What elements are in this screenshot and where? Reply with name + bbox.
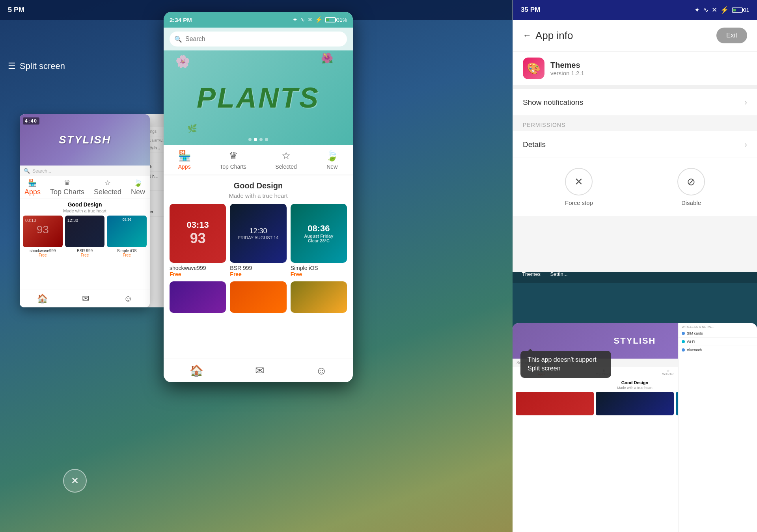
- battery-right: 31: [732, 7, 749, 13]
- mini-stylish-text: STYLISH: [614, 336, 656, 346]
- app-name-row: 🎨 Themes version 1.2.1: [513, 51, 757, 85]
- mini-tab-selected[interactable]: ☆Selected: [662, 369, 674, 376]
- center-status-icons: ✦ ∿ ✕ ⚡ 31%: [293, 16, 347, 23]
- permissions-section-header: PERMISSIONS: [513, 116, 757, 131]
- phone-left-bottom-bar: 🏠 ✉ ☺: [20, 290, 150, 307]
- tab-topcharts-center[interactable]: ♛ Top Charts: [220, 150, 246, 170]
- center-app-grid-2: [164, 277, 353, 313]
- app-thumb-ios-center: 08:36 August Friday Clear 28°C: [291, 204, 347, 263]
- app-card2-3: [291, 281, 347, 313]
- split-screen-icon: ☰: [8, 61, 16, 71]
- tooltip-text: This app doesn't support Split screen: [528, 356, 597, 372]
- mini-thumb-2: [596, 392, 674, 415]
- exit-button[interactable]: Exit: [716, 28, 747, 43]
- phone-center: 2:34 PM ✦ ∿ ✕ ⚡ 31% 🔍 🌸 🌺 🌿 PLANTS: [164, 12, 353, 382]
- app-info-title: App info: [535, 30, 573, 42]
- app-details: Themes version 1.2.1: [550, 61, 584, 76]
- time-badge: 4:40: [23, 117, 39, 125]
- bolt-icon-right: ⚡: [720, 6, 729, 14]
- bluetooth-icon-right: ✦: [694, 6, 700, 14]
- app-thumb-bsr-center: 12:30 FRIDAY AUGUST 14: [230, 204, 286, 263]
- app-info-time: 35 PM: [521, 6, 540, 14]
- battery-center: 31%: [325, 17, 347, 23]
- ms-bluetooth: Bluetooth: [679, 346, 757, 354]
- split-screen-label: ☰ Split screen: [8, 61, 65, 71]
- chevron-right-details: ›: [744, 140, 747, 149]
- time-left: 5 PM: [8, 6, 24, 14]
- app-thumb-shockwave-center: 03:13 93: [170, 204, 226, 263]
- center-search-icon: 🔍: [174, 35, 182, 43]
- app-row-left: 03:13 93 12:30 08:36: [20, 216, 150, 247]
- app-version-label: version 1.2.1: [550, 70, 584, 76]
- center-banner: 🌸 🌺 🌿 PLANTS: [164, 50, 353, 145]
- tab-selected-left[interactable]: ☆Selected: [94, 179, 121, 196]
- split-screen-text: Split screen: [20, 61, 65, 71]
- app-card-shockwave: 03:13 93 shockwave999 Free: [170, 204, 226, 277]
- app-card2-2: [230, 281, 286, 313]
- themes-strip-label: Themes: [522, 271, 541, 277]
- search-icon-left: 🔍: [24, 168, 30, 174]
- home-icon-left: 🏠: [37, 294, 48, 304]
- phone-left-screenshot: 4:40 STYLISH 🔍 Search... 🏪Apps ♛Top Char…: [20, 114, 150, 307]
- center-search-bar: 🔍: [164, 28, 353, 50]
- dot-1: [248, 138, 252, 141]
- sim-icon-right: ✕: [712, 6, 717, 14]
- tab-apps-left[interactable]: 🏪Apps: [24, 179, 41, 196]
- bolt-icon-center: ⚡: [315, 16, 323, 23]
- center-bottom-bar: 🏠 ✉ ☺: [164, 359, 353, 382]
- show-notifications-item[interactable]: Show notifications ›: [513, 89, 757, 116]
- force-stop-circle: ✕: [565, 168, 593, 195]
- wifi-icon-center: ∿: [300, 16, 305, 23]
- tab-new-center[interactable]: 🍃 New: [326, 150, 338, 170]
- mini-thumb-1: [516, 392, 594, 415]
- tab-topcharts-left[interactable]: ♛Top Charts: [50, 179, 84, 196]
- action-buttons-row: ✕ Force stop ⊘ Disable: [513, 158, 757, 216]
- dot-3: [259, 138, 263, 141]
- app-card2-1: [170, 281, 226, 313]
- section-sub-left: Made with a true heart: [20, 208, 150, 216]
- ms-wifi: Wi-Fi: [679, 338, 757, 346]
- details-label: Details: [523, 140, 546, 149]
- phone-left-search: 🔍 Search...: [20, 166, 150, 176]
- force-stop-label: Force stop: [565, 199, 593, 206]
- section-title-left: Good Design: [20, 199, 150, 208]
- smiley-icon-left: ☺: [124, 294, 132, 304]
- back-arrow-icon[interactable]: ←: [523, 30, 531, 41]
- dot-2: [254, 138, 257, 141]
- close-button[interactable]: ✕: [63, 469, 87, 493]
- details-item[interactable]: Details ›: [513, 131, 757, 158]
- smiley-icon-center[interactable]: ☺: [316, 365, 327, 377]
- dot-4: [265, 138, 268, 141]
- disable-circle: ⊘: [677, 168, 705, 195]
- center-statusbar: 2:34 PM ✦ ∿ ✕ ⚡ 31%: [164, 12, 353, 28]
- app-info-panel: 35 PM ✦ ∿ ✕ ⚡ 31 ← App info Exit 🎨 Theme…: [513, 0, 757, 272]
- center-search-input[interactable]: [170, 32, 347, 47]
- mini-settings-overlay: WIRELESS & NETW... SIM cards Wi-Fi Bluet…: [678, 323, 757, 532]
- app-thumb-bsr: 12:30: [65, 216, 105, 247]
- center-section-title: Good Design: [164, 175, 353, 192]
- tab-selected-center[interactable]: ☆ Selected: [275, 150, 296, 170]
- app-card-bsr: 12:30 FRIDAY AUGUST 14 BSR 999 Free: [230, 204, 286, 277]
- disable-action[interactable]: ⊘ Disable: [677, 168, 705, 206]
- tab-new-left[interactable]: 🍃New: [131, 179, 145, 196]
- phone-left-header: 4:40 STYLISH: [20, 114, 150, 166]
- app-names-row: shockwave999Free BSR 999Free Simple iOSF…: [20, 247, 150, 257]
- mail-icon-center[interactable]: ✉: [255, 364, 264, 377]
- center-nav-tabs: 🏪 Apps ♛ Top Charts ☆ Selected 🍃 New: [164, 145, 353, 175]
- app-name-label: Themes: [550, 61, 584, 70]
- ms-wireless-section: WIRELESS & NETW...: [679, 323, 757, 329]
- mini-phone-preview: This app doesn't support Split screen ST…: [513, 323, 757, 532]
- tab-apps-center[interactable]: 🏪 Apps: [178, 150, 191, 170]
- force-stop-action[interactable]: ✕ Force stop: [565, 168, 593, 206]
- settings-strip-label: Settin...: [550, 271, 567, 277]
- show-notifications-label: Show notifications: [523, 98, 583, 107]
- mail-icon-left: ✉: [82, 294, 89, 304]
- ms-sim: SIM cards: [679, 329, 757, 338]
- banner-pagination: [248, 138, 268, 141]
- tooltip-bubble: This app doesn't support Split screen: [520, 351, 611, 378]
- app-info-header: ← App info Exit: [513, 20, 757, 51]
- home-icon-center[interactable]: 🏠: [190, 364, 203, 377]
- stylish-text: STYLISH: [59, 134, 111, 146]
- center-section-subtitle: Made with a true heart: [164, 192, 353, 204]
- app-info-status-icons: ✦ ∿ ✕ ⚡ 31: [694, 6, 749, 14]
